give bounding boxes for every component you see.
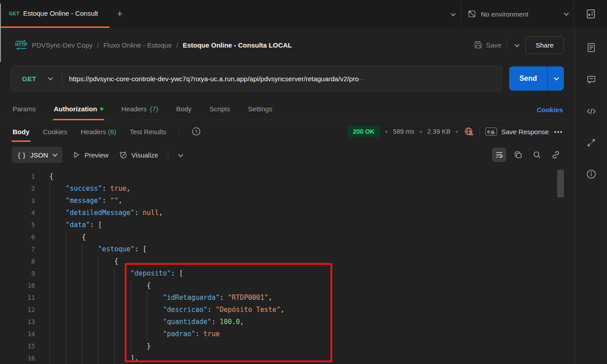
network-warning-icon[interactable] — [463, 126, 474, 137]
line-number: 7 — [0, 243, 35, 255]
tab-body[interactable]: Body — [175, 105, 192, 120]
breadcrumb-collection[interactable]: PDVSync-Dev Copy — [32, 41, 92, 49]
code-line: 3"message": "", — [0, 195, 575, 207]
divider — [507, 39, 507, 51]
response-tab-cookies[interactable]: Cookies — [42, 122, 68, 142]
share-button[interactable]: Share — [525, 36, 564, 54]
left-edge-divider — [0, 4, 1, 62]
response-tab-test-results[interactable]: Test Results — [129, 122, 167, 142]
response-time[interactable]: 589 ms — [393, 128, 414, 135]
tab-method-badge: GET — [9, 11, 20, 16]
copy-icon[interactable] — [511, 148, 525, 162]
comments-icon[interactable] — [586, 74, 597, 85]
tab-authorization[interactable]: Authorization — [53, 105, 105, 120]
separator-dot — [420, 131, 422, 133]
save-icon — [474, 40, 483, 49]
method-chevron-icon — [48, 75, 53, 80]
line-number: 3 — [0, 195, 35, 207]
save-button[interactable]: Save — [474, 40, 501, 49]
magic-wand-icon — [119, 150, 128, 159]
tab-overflow-chevron-icon[interactable] — [451, 10, 454, 18]
method-dropdown[interactable]: GET — [11, 75, 62, 83]
code-line: 16], — [0, 352, 575, 364]
response-history-icon[interactable] — [191, 127, 201, 136]
save-response-button[interactable]: e.g. Save Response — [485, 127, 549, 136]
info-icon[interactable] — [586, 169, 597, 180]
code-line: 4"detailedMessage": null, — [0, 207, 575, 219]
send-button[interactable]: Send — [509, 66, 547, 91]
code-line: 11"idRetaguarda": "RTDP0001", — [0, 292, 575, 304]
code-line: 6{ — [0, 231, 575, 243]
save-label: Save — [486, 41, 501, 49]
code-lines: 1{2"success": true,3"message": "",4"deta… — [0, 171, 575, 364]
viewer-options-chevron[interactable] — [178, 151, 182, 159]
line-number: 10 — [0, 280, 35, 292]
status-badge[interactable]: 200 OK — [347, 126, 380, 137]
line-number: 12 — [0, 304, 35, 316]
line-number: 14 — [0, 328, 35, 340]
breadcrumb-row: HTTP PDVSync-Dev Copy / Fluxo Online - E… — [0, 28, 575, 62]
breadcrumb-request-name[interactable]: Estoque Online - Consulta LOCAL — [183, 41, 292, 49]
more-options-icon[interactable]: ••• — [554, 128, 563, 135]
tab-scripts[interactable]: Scripts — [209, 105, 231, 120]
new-tab-button[interactable]: + — [110, 8, 130, 20]
request-pane-toggle-icon[interactable] — [586, 138, 596, 148]
request-tab-active[interactable]: GET Estoque Online - Consult — [0, 0, 110, 28]
breadcrumb: PDVSync-Dev Copy / Fluxo Online - Estoqu… — [32, 41, 292, 49]
line-number: 6 — [0, 231, 35, 243]
format-dropdown[interactable]: { } JSON — [12, 147, 62, 163]
search-icon[interactable] — [530, 148, 544, 162]
line-number: 5 — [0, 219, 35, 231]
response-body-viewer[interactable]: 1{2"success": true,3"message": "",4"deta… — [0, 167, 575, 364]
environment-quick-look-button[interactable] — [574, 0, 607, 28]
response-size[interactable]: 2.39 KB — [427, 128, 451, 135]
request-url-row: GET https://pdvsync-core-controle-dev-yw… — [0, 62, 575, 95]
code-line: 13"quantidade": 100.0, — [0, 316, 575, 328]
tab-headers[interactable]: Headers (7) — [120, 105, 159, 120]
line-number: 9 — [0, 268, 35, 280]
code-line: 10{ — [0, 280, 575, 292]
preview-button[interactable]: Preview — [72, 151, 108, 159]
separator-dot — [456, 131, 458, 133]
code-line: 12"descricao": "Depósito Teste", — [0, 304, 575, 316]
tab-strip: GET Estoque Online - Consult + — [0, 0, 461, 28]
line-number: 1 — [0, 171, 35, 183]
url-input[interactable]: https://pdvsync-core-controle-dev-ywc7q7… — [62, 75, 501, 83]
code-line: 5"data": [ — [0, 219, 575, 231]
code-snippet-icon[interactable] — [586, 106, 597, 117]
url-input-container: GET https://pdvsync-core-controle-dev-yw… — [11, 66, 502, 92]
send-button-group: Send — [509, 66, 564, 91]
method-value: GET — [22, 75, 36, 83]
code-line: 14"padrao": true — [0, 328, 575, 340]
send-options-chevron[interactable] — [548, 66, 564, 91]
wrap-text-button[interactable] — [492, 148, 506, 162]
line-number: 16 — [0, 352, 35, 364]
environment-label: No environment — [481, 10, 559, 18]
tab-settings[interactable]: Settings — [247, 105, 273, 120]
http-request-icon: HTTP — [15, 39, 27, 50]
line-number: 13 — [0, 316, 35, 328]
response-viewer-toolbar: { } JSON Preview — [0, 143, 575, 167]
line-number: 8 — [0, 255, 35, 268]
cookies-link[interactable]: Cookies — [537, 106, 563, 120]
tab-bar: GET Estoque Online - Consult + No enviro… — [0, 0, 607, 28]
documentation-icon[interactable] — [586, 42, 597, 53]
breadcrumb-folder[interactable]: Fluxo Online - Estoque — [103, 41, 172, 49]
response-tab-headers[interactable]: Headers (6) — [80, 122, 117, 142]
response-tab-body[interactable]: Body — [12, 122, 31, 142]
app-window: GET Estoque Online - Consult + No enviro… — [0, 0, 607, 364]
separator-dot — [385, 131, 387, 133]
scrollbar-thumb[interactable] — [557, 170, 564, 197]
link-icon[interactable] — [549, 148, 563, 162]
tab-params[interactable]: Params — [12, 105, 37, 120]
code-line: 7"estoque": [ — [0, 243, 575, 255]
code-line: 1{ — [0, 171, 575, 183]
visualize-button[interactable]: Visualize — [119, 150, 158, 159]
environment-chevron-icon — [564, 11, 569, 16]
divider — [179, 127, 180, 136]
code-line: 2"success": true, — [0, 183, 575, 195]
save-options-chevron[interactable] — [513, 41, 520, 49]
code-line: 15} — [0, 340, 575, 352]
environment-selector[interactable]: No environment — [461, 0, 574, 28]
divider — [479, 127, 480, 136]
